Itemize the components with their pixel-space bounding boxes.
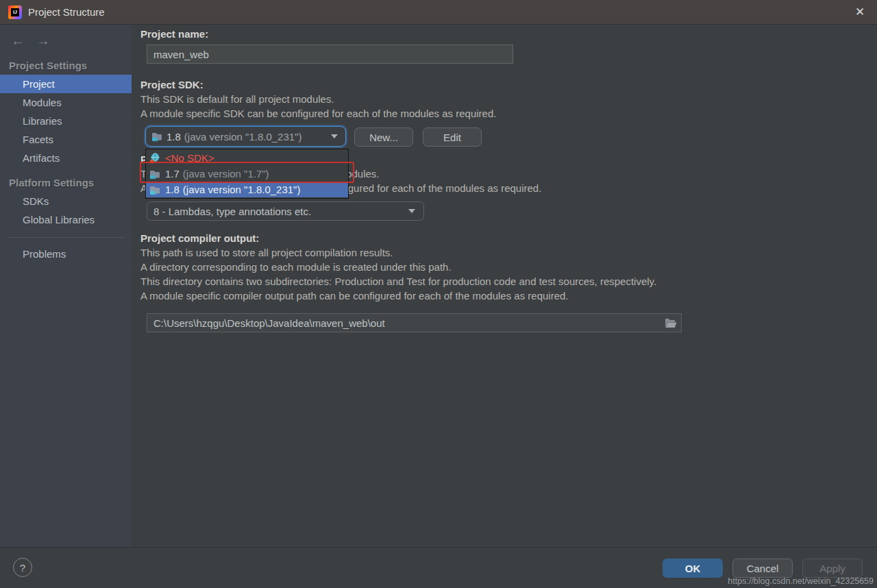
sidebar-item-facets[interactable]: Facets (0, 130, 132, 149)
chevron-down-icon (408, 209, 415, 213)
intellij-idea-logo-icon: IJ (8, 5, 22, 19)
red-highlight-annotation (140, 162, 354, 183)
settings-sidebar: ←→ Project Settings Project Modules Libr… (0, 25, 132, 547)
compiler-output-label: Project compiler output: (140, 232, 259, 244)
sdk-combo-detail: (java version "1.8.0_231") (184, 131, 302, 143)
project-sdk-desc-2: A module specific SDK can be configured … (140, 108, 496, 119)
language-level-value: 8 - Lambdas, type annotations etc. (153, 206, 311, 217)
sdk-combo-version: 1.8 (166, 131, 181, 143)
project-sdk-label: Project SDK: (140, 79, 203, 90)
compiler-output-desc-1: This path is used to store all project c… (140, 247, 393, 258)
dialog-title: Project Structure (28, 6, 105, 18)
sdk-option-detail: (java version "1.8.0_231") (183, 184, 301, 195)
sidebar-item-modules[interactable]: Modules (0, 93, 132, 112)
footer-bar: ? OK Cancel Apply https://blog.csdn.net/… (0, 547, 877, 588)
sidebar-header-project-settings: Project Settings (0, 57, 132, 75)
forward-arrow-icon[interactable]: → (36, 33, 50, 48)
titlebar: IJ Project Structure ✕ (0, 0, 877, 25)
compiler-output-path-field[interactable]: C:\Users\hzqgu\Desktop\JavaIdea\maven_we… (147, 313, 682, 332)
csdn-watermark: https://blog.csdn.net/weixin_42325659 (728, 576, 874, 586)
ok-button[interactable]: OK (663, 559, 723, 578)
sdk-option-version: 1.8 (165, 184, 180, 195)
project-structure-dialog: IJ Project Structure ✕ ←→ Project Settin… (0, 0, 877, 588)
chevron-down-icon (331, 134, 338, 138)
project-sdk-combobox[interactable]: 1.8 (java version "1.8.0_231") (145, 126, 346, 147)
compiler-output-path-value: C:\Users\hzqgu\Desktop\JavaIdea\maven_we… (153, 317, 385, 329)
sidebar-item-project[interactable]: Project (0, 75, 132, 93)
help-button[interactable]: ? (13, 558, 32, 577)
project-name-input[interactable] (147, 45, 513, 64)
sidebar-item-artifacts[interactable]: Artifacts (0, 149, 132, 167)
edit-sdk-button[interactable]: Edit (423, 127, 482, 147)
sidebar-divider (7, 237, 125, 238)
language-level-combobox[interactable]: 8 - Lambdas, type annotations etc. (147, 201, 424, 221)
compiler-output-desc-2: A directory corresponding to each module… (140, 261, 452, 273)
history-nav: ←→ (0, 25, 132, 50)
project-name-label: Project name: (140, 28, 208, 40)
sidebar-item-sdks[interactable]: SDKs (0, 192, 132, 210)
open-folder-icon[interactable] (665, 318, 677, 328)
back-arrow-icon[interactable]: ← (11, 33, 25, 48)
project-sdk-desc-1: This SDK is default for all project modu… (140, 93, 334, 105)
compiler-output-desc-3: This directory contains two subdirectori… (140, 275, 656, 287)
apply-button-disabled: Apply (802, 559, 863, 578)
new-sdk-button[interactable]: New... (354, 127, 413, 147)
sidebar-item-problems[interactable]: Problems (0, 245, 132, 263)
jdk-folder-icon (149, 184, 160, 195)
sidebar-item-global-libraries[interactable]: Global Libraries (0, 210, 132, 229)
compiler-output-desc-4: A module specific compiler output path c… (140, 290, 569, 302)
cancel-button[interactable]: Cancel (732, 559, 793, 578)
main-panel: Project name: Project SDK: This SDK is d… (132, 25, 877, 547)
close-icon[interactable]: ✕ (850, 2, 870, 23)
sidebar-header-platform-settings: Platform Settings (0, 174, 132, 192)
sdk-option-1-8[interactable]: 1.8 (java version "1.8.0_231") (146, 182, 348, 197)
jdk-folder-icon (151, 131, 162, 142)
sidebar-item-libraries[interactable]: Libraries (0, 112, 132, 130)
